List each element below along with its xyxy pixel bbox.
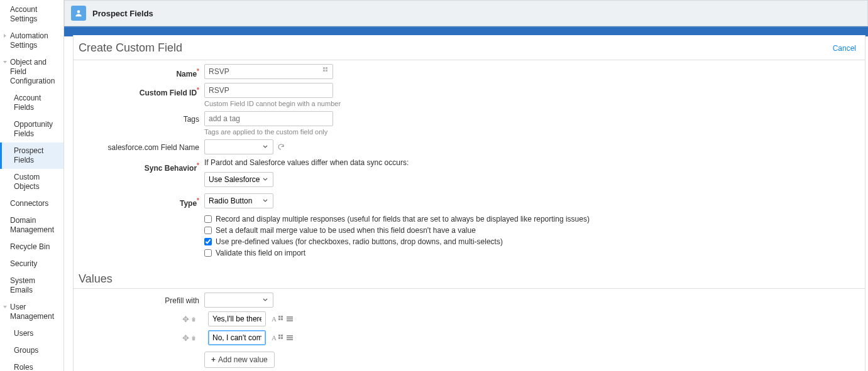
value-input[interactable] (208, 311, 266, 326)
sync-select[interactable]: Use Salesforce's value (204, 172, 273, 187)
svg-rect-10 (287, 318, 293, 320)
label-prefill: Prefill with (79, 293, 204, 305)
sidebar-item-account-settings[interactable]: Account Settings (0, 1, 63, 28)
sidebar-item-security[interactable]: Security (0, 255, 63, 272)
list-icon[interactable] (287, 316, 293, 322)
checkbox-mail-merge-label: Set a default mail merge value to be use… (216, 226, 476, 235)
row-name: Name* (79, 64, 860, 79)
cancel-link-top[interactable]: Cancel (833, 44, 856, 53)
checkbox-predefined-label: Use pre-defined values (for checkboxes, … (216, 237, 503, 246)
sidebar-item-users[interactable]: Users (0, 325, 63, 342)
page-title: Prospect Fields (92, 9, 153, 18)
add-new-value-button[interactable]: + Add new value (204, 352, 275, 368)
svg-rect-13 (281, 335, 283, 336)
drag-handle-icon[interactable]: ✥ (182, 333, 189, 343)
sidebar-item-prospect-fields[interactable]: Prospect Fields (0, 142, 63, 169)
text-format-icon[interactable]: A (272, 334, 277, 341)
svg-rect-12 (278, 335, 280, 336)
add-new-value-label: Add new value (218, 355, 268, 364)
label-custom-field-id: Custom Field ID* (79, 83, 204, 97)
sidebar-item-recycle-bin[interactable]: Recycle Bin (0, 239, 63, 255)
sidebar-item-account-fields[interactable]: Account Fields (0, 90, 63, 116)
svg-point-0 (77, 10, 80, 13)
checkbox-record-multi[interactable]: Record and display multiple responses (u… (204, 215, 860, 223)
custom-field-id-input[interactable] (204, 83, 333, 98)
help-tags: Tags are applied to the custom field onl… (204, 128, 860, 136)
page-header: Prospect Fields (64, 0, 868, 26)
checkbox-mail-merge-input[interactable] (204, 227, 212, 234)
checkbox-predefined[interactable]: Use pre-defined values (for checkboxes, … (204, 237, 860, 246)
content-card: Create Custom Field Cancel Name* (73, 35, 865, 371)
drag-handle-icon[interactable]: ✥ (182, 315, 189, 324)
name-input[interactable] (204, 64, 333, 79)
sidebar-item-system-emails[interactable]: System Emails (0, 272, 63, 299)
label-name: Name* (79, 64, 204, 78)
checkbox-predefined-input[interactable] (204, 238, 212, 245)
sidebar-item-roles[interactable]: Roles (0, 359, 63, 371)
checkbox-record-multi-label: Record and display multiple responses (u… (216, 215, 590, 223)
svg-rect-5 (278, 316, 280, 318)
value-input[interactable] (208, 330, 266, 345)
tags-input[interactable] (204, 111, 333, 126)
row-custom-field-id: Custom Field ID* Custom Field ID cannot … (79, 83, 860, 107)
svg-rect-11 (287, 320, 293, 321)
prefill-select[interactable] (204, 293, 273, 308)
sidebar-item-groups[interactable]: Groups (0, 342, 63, 359)
sidebar-item-opportunity-fields[interactable]: Opportunity Fields (0, 116, 63, 142)
label-tags: Tags (79, 111, 204, 124)
user-icon (71, 6, 86, 21)
svg-rect-15 (281, 337, 283, 339)
help-custom-field-id: Custom Field ID cannot begin with a numb… (204, 100, 860, 107)
header-strip (64, 26, 868, 35)
value-row: ✥ A (79, 330, 860, 345)
sidebar-item-object-field-config[interactable]: Object and Field Configuration (0, 54, 63, 90)
type-select[interactable]: Radio Button (204, 193, 273, 208)
sidebar-item-user-management[interactable]: User Management (0, 299, 63, 325)
checkbox-validate-import-label: Validate this field on import (216, 249, 305, 257)
svg-rect-16 (287, 335, 293, 336)
sf-field-select[interactable] (204, 139, 273, 154)
row-prefill: Prefill with (79, 293, 860, 308)
svg-rect-8 (281, 318, 283, 320)
checkbox-validate-import[interactable]: Validate this field on import (204, 249, 860, 257)
sidebar-item-domain-management[interactable]: Domain Management (0, 212, 63, 239)
svg-rect-7 (278, 318, 280, 320)
svg-rect-18 (287, 339, 293, 340)
sidebar-item-connectors[interactable]: Connectors (0, 195, 63, 212)
grid-icon[interactable] (278, 316, 285, 322)
label-type: Type* (79, 193, 204, 208)
refresh-icon[interactable] (277, 143, 285, 151)
sync-intro-text: If Pardot and Salesforce values differ w… (204, 158, 860, 167)
sidebar-item-custom-objects[interactable]: Custom Objects (0, 169, 63, 195)
values-heading: Values (79, 272, 860, 286)
row-sf-field: salesforce.com Field Name (79, 139, 860, 154)
svg-rect-17 (287, 337, 293, 338)
checkbox-mail-merge[interactable]: Set a default mail merge value to be use… (204, 226, 860, 235)
sidebar: Account Settings Automation Settings Obj… (0, 0, 64, 371)
sidebar-item-automation-settings[interactable]: Automation Settings (0, 28, 63, 54)
checkbox-validate-import-input[interactable] (204, 249, 212, 257)
label-sf-field: salesforce.com Field Name (79, 139, 204, 152)
text-format-icon[interactable]: A (272, 315, 277, 323)
svg-rect-9 (287, 316, 293, 318)
grid-icon[interactable] (278, 335, 285, 341)
card-heading: Create Custom Field (79, 41, 182, 55)
value-row: ✥ A (79, 311, 860, 326)
trash-icon[interactable] (190, 335, 199, 341)
plus-icon: + (211, 355, 216, 364)
svg-rect-6 (281, 316, 283, 318)
row-add-value: + Add new value (79, 349, 860, 368)
trash-icon[interactable] (190, 316, 199, 323)
row-type: Type* Radio Button Record and display mu… (79, 193, 860, 260)
label-sync: Sync Behavior* (79, 158, 204, 173)
checkbox-record-multi-input[interactable] (204, 215, 212, 223)
svg-rect-14 (278, 337, 280, 339)
list-icon[interactable] (287, 335, 293, 341)
row-tags: Tags Tags are applied to the custom fiel… (79, 111, 860, 136)
main: Prospect Fields Create Custom Field Canc… (64, 0, 868, 371)
row-sync: Sync Behavior* If Pardot and Salesforce … (79, 158, 860, 187)
